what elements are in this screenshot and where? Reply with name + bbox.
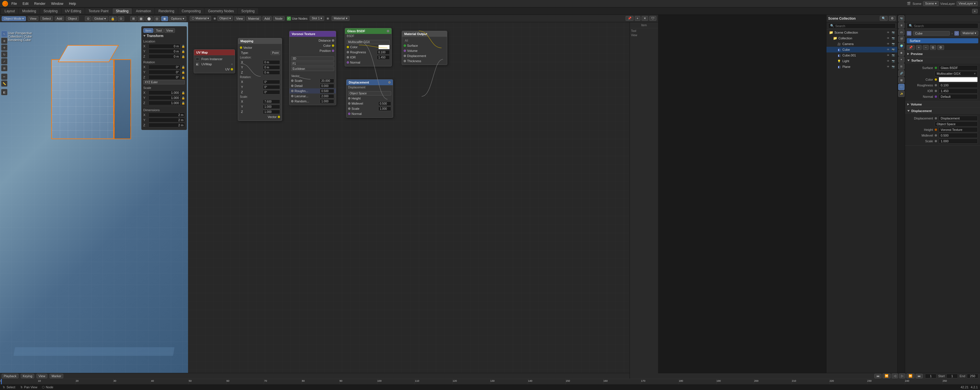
rot-y-value[interactable]: 0°: [148, 70, 180, 74]
prop-tab-physics[interactable]: ⊞: [898, 63, 905, 70]
node-pin[interactable]: 📌: [625, 16, 633, 21]
tab-compositing[interactable]: Compositing: [178, 8, 204, 14]
menu-edit[interactable]: Edit: [20, 1, 31, 6]
tool-move[interactable]: ✛: [1, 45, 7, 51]
tab-rendering[interactable]: Rendering: [155, 8, 178, 14]
tool-transform[interactable]: ⊞: [1, 65, 7, 71]
loc-x-lock[interactable]: 🔒: [181, 45, 185, 48]
tab-shading[interactable]: Shading: [113, 8, 132, 14]
voronoi-roughness-val[interactable]: 0.500: [320, 89, 334, 93]
voronoi-feature-selector[interactable]: F1: [291, 62, 334, 66]
n-tab-item[interactable]: Item: [143, 28, 153, 33]
normal-value[interactable]: Default: [939, 94, 978, 99]
scene-selector[interactable]: Scene ▾: [923, 1, 939, 6]
play-btn[interactable]: ▷: [899, 374, 905, 378]
eye-icon-plane[interactable]: 👁: [886, 65, 890, 69]
displacement-method-value[interactable]: Displacement: [939, 116, 978, 121]
n-tab-view[interactable]: View: [164, 28, 175, 33]
roughness-value[interactable]: 0.100: [939, 83, 978, 88]
loc-z-lock[interactable]: 🔒: [181, 55, 185, 58]
mapping-scale-x-val[interactable]: 7.600: [263, 99, 280, 104]
viewport-view-menu[interactable]: View: [28, 16, 38, 21]
loc-y-lock[interactable]: 🔒: [181, 50, 185, 53]
prop-tab-viewlayer[interactable]: 🗃: [898, 29, 905, 35]
outliner-cube[interactable]: ◧ Cube 👁 📷: [826, 47, 897, 53]
timeline-marker-menu[interactable]: Marker: [49, 374, 63, 378]
prop-tab-world[interactable]: 🌍: [898, 43, 905, 49]
material-selector[interactable]: Material ▾: [332, 16, 349, 21]
dim-z-value[interactable]: 2 m: [148, 123, 185, 128]
voronoi-dim-selector[interactable]: 3D: [291, 56, 334, 61]
material-selector-dropdown[interactable]: Cube: [913, 31, 950, 36]
material-pin-icon[interactable]: 📌: [907, 45, 915, 50]
play-reverse-btn[interactable]: ◁: [892, 374, 898, 378]
prev-frame-btn[interactable]: ⏪: [883, 374, 891, 378]
node-x[interactable]: ✕: [641, 16, 648, 21]
scale-z-value[interactable]: 1.000: [148, 101, 180, 105]
voronoi-lacunarity-val[interactable]: 2.000: [320, 94, 334, 98]
object-selector[interactable]: Object ▾: [217, 16, 233, 21]
tab-sculpting[interactable]: Sculpting: [40, 8, 61, 14]
start-frame-input[interactable]: 1: [947, 374, 958, 378]
prop-tab-material[interactable]: ⬡: [898, 84, 905, 90]
outliner-cube001[interactable]: ◧ Cube.001 👁 📷: [826, 53, 897, 58]
scale-y-value[interactable]: 1.000: [148, 96, 180, 100]
render-icon-camera[interactable]: 📷: [891, 42, 895, 46]
material-item-btn[interactable]: Surface: [907, 38, 978, 43]
render-icon-cube001[interactable]: 📷: [891, 53, 895, 57]
outliner-plane[interactable]: ◧ Plane 👁 📷: [826, 64, 897, 70]
voronoi-metric-selector[interactable]: Euclidean: [291, 67, 334, 71]
mapping-rot-y-val[interactable]: 0°: [263, 85, 280, 89]
tab-uv-editing[interactable]: UV Editing: [62, 8, 84, 14]
render-icon-collection[interactable]: 📷: [891, 36, 895, 40]
scale-z-lock[interactable]: 🔒: [181, 101, 185, 105]
tool-scale[interactable]: ⤢: [1, 58, 7, 64]
node-uv-map[interactable]: UV Map From Instancer ◧ UVMap ✕ UV: [194, 49, 235, 73]
material-settings[interactable]: ⚙: [937, 45, 944, 50]
displacement-space-value[interactable]: Object Space: [935, 121, 978, 126]
eye-icon-camera[interactable]: 👁: [886, 42, 890, 46]
node-editor-canvas[interactable]: UV Map From Instancer ◧ UVMap ✕ UV: [188, 22, 658, 379]
mapping-loc-y-val[interactable]: 0 m: [263, 65, 280, 70]
prop-tab-constraints[interactable]: 🔗: [898, 70, 905, 77]
mapping-scale-y-val[interactable]: 1.000: [263, 105, 280, 109]
slot-selector[interactable]: Slot 1 ▾: [310, 16, 324, 21]
displacement-space-selector[interactable]: Object Space: [348, 91, 391, 96]
outliner-camera[interactable]: 🎥 Camera 👁 📷: [826, 41, 897, 47]
timeline-keying-menu[interactable]: Keying: [21, 374, 35, 378]
menu-window[interactable]: Window: [49, 1, 65, 6]
render-icon-plane[interactable]: 📷: [891, 65, 895, 69]
node-mapping[interactable]: Mapping Vector Type: Point Location:: [238, 38, 282, 121]
viewport-shading-solid[interactable]: ⬤: [145, 16, 153, 21]
outliner-search-btn[interactable]: 🔍: [880, 16, 888, 21]
loc-z-value[interactable]: 0 m: [148, 54, 180, 59]
end-frame-input[interactable]: 250: [967, 374, 978, 378]
viewport-options[interactable]: Options ▾: [169, 16, 186, 21]
from-instancer-checkbox[interactable]: [196, 57, 199, 61]
viewport-transform[interactable]: Global ▾: [92, 16, 108, 21]
displacement-midlevel-val[interactable]: 0.500: [378, 101, 391, 106]
voronoi-randomness-val[interactable]: 1.000: [320, 99, 334, 104]
midlevel-value[interactable]: 0.500: [939, 133, 978, 138]
eye-icon-scene[interactable]: 👁: [886, 30, 890, 35]
rot-z-value[interactable]: 0°: [148, 75, 180, 80]
glass-color-swatch[interactable]: [378, 45, 390, 49]
outliner-light[interactable]: 💡 Light 👁 📷: [826, 58, 897, 64]
dim-y-value[interactable]: 2 m: [148, 118, 185, 122]
mapping-loc-x-val[interactable]: 0 m: [263, 60, 280, 64]
rot-x-value[interactable]: 0°: [148, 65, 180, 69]
displacement-scale-val[interactable]: 1.000: [378, 107, 391, 111]
viewport-select-menu[interactable]: Select: [40, 16, 53, 21]
props-search-bar[interactable]: 🔍: [907, 23, 978, 29]
viewport-pivot[interactable]: ⊙: [85, 16, 91, 21]
tool-rotate[interactable]: ↻: [1, 51, 7, 58]
prop-tab-render[interactable]: 📷: [898, 15, 905, 22]
node-material-output[interactable]: Material Output All Surface Volume: [402, 31, 447, 65]
surface-section-header[interactable]: Surface: [905, 57, 980, 64]
tab-scripting[interactable]: Scripting: [238, 8, 258, 14]
surface-shader-value[interactable]: Glass BSDF: [939, 65, 978, 70]
preview-section-header[interactable]: Preview: [905, 51, 980, 57]
prop-tab-object[interactable]: ◉: [898, 50, 905, 56]
viewport-shading-render[interactable]: ◉: [161, 16, 168, 21]
viewport-proportional[interactable]: ⊙: [118, 16, 124, 21]
